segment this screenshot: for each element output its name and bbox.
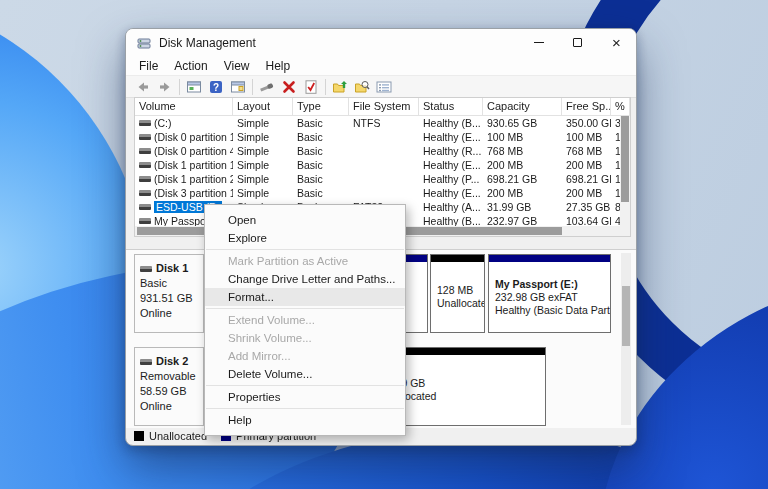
disk-size: 58.59 GB	[140, 384, 203, 399]
volume-row[interactable]: (Disk 0 partition 4)SimpleBasicHealthy (…	[135, 144, 630, 158]
partition[interactable]: 128 MBUnallocated	[430, 254, 485, 333]
context-menu-item-extend-volume: Extend Volume...	[205, 311, 405, 329]
disk-label[interactable]: Disk 1Basic931.51 GBOnline	[134, 254, 204, 333]
volume-cell: Healthy (B...	[419, 117, 483, 129]
volume-cell: Simple	[233, 159, 293, 171]
volume-list-header: VolumeLayoutTypeFile SystemStatusCapacit…	[135, 98, 630, 116]
volume-row[interactable]: (C:)SimpleBasicNTFSHealthy (B...930.65 G…	[135, 116, 630, 130]
disk-size: 931.51 GB	[140, 291, 203, 306]
volume-cell: 698.21 GB	[562, 173, 611, 185]
tool-icon[interactable]	[256, 77, 278, 97]
context-menu-item-delete-volume[interactable]: Delete Volume...	[205, 365, 405, 383]
volume-cell: 350.00 GB	[562, 117, 611, 129]
disk-management-app-icon	[137, 36, 151, 50]
volume-cell: Healthy (R...	[419, 145, 483, 157]
details-icon[interactable]	[373, 77, 395, 97]
legend-label: Unallocated	[149, 430, 207, 442]
volume-cell: (C:)	[135, 117, 233, 129]
volume-cell: 698.21 GB	[483, 173, 562, 185]
column-header-volume[interactable]: Volume	[135, 98, 233, 115]
context-menu-separator	[206, 249, 404, 250]
context-menu-separator	[206, 385, 404, 386]
context-menu-item-open[interactable]: Open	[205, 211, 405, 229]
disk-name: Disk 1	[140, 261, 203, 276]
volume-list-vertical-scrollbar[interactable]	[620, 116, 630, 228]
maximize-icon[interactable]	[558, 29, 597, 56]
column-header-file-system[interactable]: File System	[349, 98, 419, 115]
legend-swatch	[134, 431, 144, 441]
volume-cell: Healthy (E...	[419, 187, 483, 199]
volume-cell: (Disk 1 partition 1)	[135, 159, 233, 171]
context-menu-item-change-drive-letter-and-paths[interactable]: Change Drive Letter and Paths...	[205, 270, 405, 288]
show-console-tree-icon[interactable]	[183, 77, 205, 97]
check-doc-icon[interactable]	[300, 77, 322, 97]
volume-name: (Disk 3 partition 1)	[154, 187, 233, 199]
partition-color-bar	[489, 255, 610, 264]
disk-management-window: Disk Management × FileActionViewHelp ? V…	[125, 28, 637, 446]
volume-row[interactable]: (Disk 1 partition 2)SimpleBasicHealthy (…	[135, 172, 630, 186]
column-header-free-sp-[interactable]: Free Sp...	[562, 98, 611, 115]
scrollbar-thumb[interactable]	[621, 116, 629, 202]
partition-info-line: Healthy (Basic Data Partition)	[495, 304, 610, 317]
volume-name: (Disk 1 partition 1)	[154, 159, 233, 171]
volume-cell: (Disk 0 partition 1)	[135, 131, 233, 143]
volume-cell: Healthy (E...	[419, 131, 483, 143]
explore-folder-icon[interactable]	[351, 77, 373, 97]
context-menu-item-format[interactable]: Format...	[205, 288, 405, 306]
partition-color-bar	[431, 255, 484, 264]
window-title: Disk Management	[159, 36, 256, 50]
open-folder-icon[interactable]	[329, 77, 351, 97]
menu-file[interactable]: File	[131, 58, 166, 74]
volume-cell: Basic	[293, 173, 349, 185]
column-header-status[interactable]: Status	[419, 98, 483, 115]
help-icon[interactable]: ?	[205, 77, 227, 97]
volume-cell: Simple	[233, 173, 293, 185]
disk-status: Online	[140, 306, 203, 321]
volume-cell: 768 MB	[483, 145, 562, 157]
show-action-pane-icon[interactable]	[227, 77, 249, 97]
volume-cell: Basic	[293, 131, 349, 143]
toolbar: ?	[126, 75, 636, 98]
partition-info: My Passport (E:)232.98 GB exFATHealthy (…	[489, 264, 610, 330]
volume-cell: Simple	[233, 117, 293, 129]
volume-row[interactable]: (Disk 0 partition 1)SimpleBasicHealthy (…	[135, 130, 630, 144]
delete-icon[interactable]	[278, 77, 300, 97]
menu-bar: FileActionViewHelp	[126, 56, 636, 75]
column-header-layout[interactable]: Layout	[233, 98, 293, 115]
context-menu-item-help[interactable]: Help	[205, 411, 405, 429]
volume-cell: Basic	[293, 187, 349, 199]
column-header--[interactable]: %	[611, 98, 630, 115]
menu-view[interactable]: View	[216, 58, 258, 74]
context-menu-item-properties[interactable]: Properties	[205, 388, 405, 406]
volume-cell: 200 MB	[483, 187, 562, 199]
volume-cell: (Disk 3 partition 1)	[135, 187, 233, 199]
disk-label[interactable]: Disk 2Removable58.59 GBOnline	[134, 347, 204, 426]
column-header-type[interactable]: Type	[293, 98, 349, 115]
volume-cell: 100 MB	[483, 131, 562, 143]
volume-row[interactable]: (Disk 3 partition 1)SimpleBasicHealthy (…	[135, 186, 630, 200]
partition-info-line: Unallocated	[437, 297, 484, 310]
scrollbar-thumb[interactable]	[622, 286, 630, 346]
partition[interactable]: My Passport (E:)232.98 GB exFATHealthy (…	[488, 254, 611, 333]
graphical-vertical-scrollbar[interactable]	[621, 253, 631, 425]
volume-cell: 27.35 GB	[562, 201, 611, 213]
volume-name: (Disk 0 partition 4)	[154, 145, 233, 157]
forward-icon[interactable]	[154, 77, 176, 97]
volume-cell: 200 MB	[483, 159, 562, 171]
volume-row[interactable]: (Disk 1 partition 1)SimpleBasicHealthy (…	[135, 158, 630, 172]
menu-help[interactable]: Help	[258, 58, 299, 74]
title-bar[interactable]: Disk Management ×	[126, 29, 636, 56]
volume-cell: 200 MB	[562, 159, 611, 171]
column-header-capacity[interactable]: Capacity	[483, 98, 562, 115]
drive-icon	[139, 134, 151, 140]
context-menu-item-explore[interactable]: Explore	[205, 229, 405, 247]
minimize-icon[interactable]	[519, 29, 558, 56]
drive-icon	[139, 190, 151, 196]
close-icon[interactable]: ×	[597, 29, 636, 56]
disk-status: Online	[140, 399, 203, 414]
menu-action[interactable]: Action	[166, 58, 215, 74]
back-icon[interactable]	[132, 77, 154, 97]
disk-kind: Basic	[140, 276, 203, 291]
drive-icon	[139, 176, 151, 182]
drive-icon	[139, 204, 151, 210]
